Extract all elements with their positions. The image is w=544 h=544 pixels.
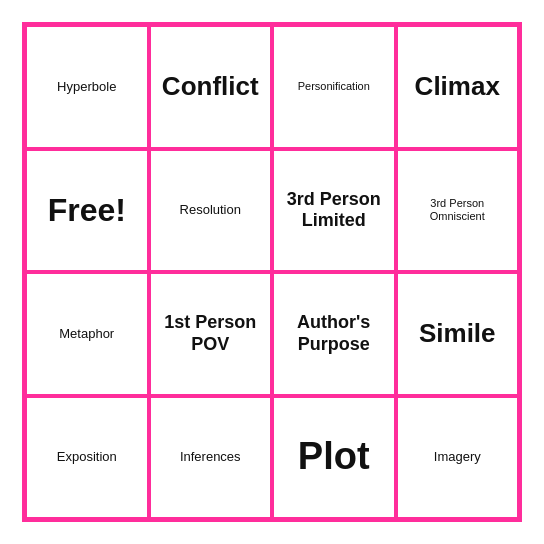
bingo-cell-r1c0: Free! bbox=[25, 149, 149, 273]
bingo-cell-r3c3: Imagery bbox=[396, 396, 520, 520]
bingo-cell-r0c3: Climax bbox=[396, 25, 520, 149]
bingo-cell-r2c0: Metaphor bbox=[25, 272, 149, 396]
bingo-board: HyperboleConflictPersonificationClimaxFr… bbox=[22, 22, 522, 522]
bingo-cell-r1c2: 3rd Person Limited bbox=[272, 149, 396, 273]
bingo-cell-r0c1: Conflict bbox=[149, 25, 273, 149]
bingo-cell-r0c2: Personification bbox=[272, 25, 396, 149]
bingo-cell-r3c1: Inferences bbox=[149, 396, 273, 520]
bingo-cell-r3c2: Plot bbox=[272, 396, 396, 520]
bingo-cell-r0c0: Hyperbole bbox=[25, 25, 149, 149]
bingo-cell-r2c2: Author's Purpose bbox=[272, 272, 396, 396]
bingo-cell-r3c0: Exposition bbox=[25, 396, 149, 520]
bingo-cell-r2c1: 1st Person POV bbox=[149, 272, 273, 396]
bingo-cell-r2c3: Simile bbox=[396, 272, 520, 396]
bingo-cell-r1c1: Resolution bbox=[149, 149, 273, 273]
bingo-cell-r1c3: 3rd Person Omniscient bbox=[396, 149, 520, 273]
